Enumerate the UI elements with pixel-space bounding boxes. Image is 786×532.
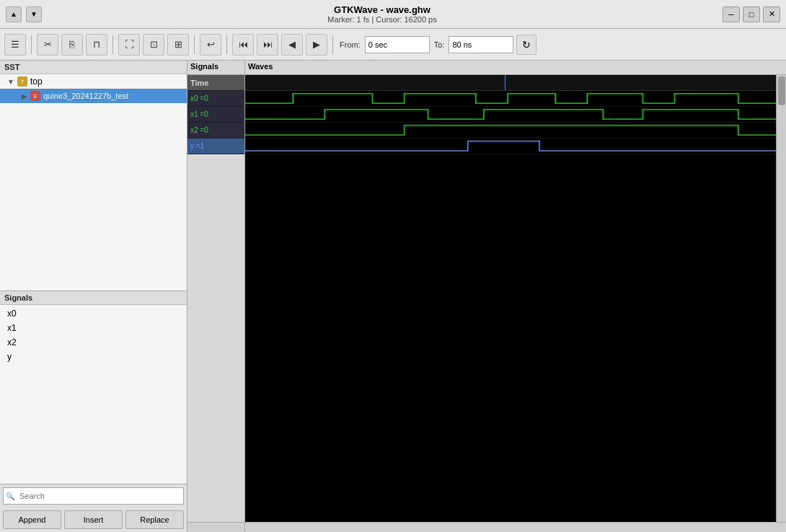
x1-wave-row xyxy=(245,107,786,123)
toolbar-separator-3 xyxy=(194,35,195,54)
search-area xyxy=(0,484,187,507)
toolbar-separator-5 xyxy=(332,35,333,54)
folder-icon-top: T xyxy=(17,76,27,87)
sst-tree[interactable]: ▼ T top ▶ E quine3_20241227b_test xyxy=(0,74,187,291)
prev-button[interactable]: ◀ xyxy=(281,34,303,56)
left-panel: SST ▼ T top ▶ E quine3_20241227b_test Si… xyxy=(0,61,187,532)
y-waveform xyxy=(245,138,786,154)
waves-waves-header: Waves xyxy=(245,61,786,74)
toolbar: ☰ ✂ ⎘ ⊓ ⛶ ⊡ ⊞ ↩ ⏮ ⏭ ◀ ▶ From: To: ↻ xyxy=(0,29,786,61)
waves-header-row: Signals Waves xyxy=(187,61,786,75)
maximize-button[interactable]: □ xyxy=(743,6,760,22)
expand-icon-quine: ▶ xyxy=(22,92,27,100)
title-bar-left: ▲ ▼ xyxy=(6,6,42,22)
paste-button[interactable]: ⊓ xyxy=(86,34,107,56)
x1-waveform xyxy=(245,107,786,122)
toolbar-separator-2 xyxy=(112,35,113,54)
search-wrapper xyxy=(3,487,184,505)
title-center: GTKWave - wave.ghw Marker: 1 fs | Cursor… xyxy=(42,4,723,24)
waves-signals-header: Signals xyxy=(187,61,245,74)
from-label: From: xyxy=(340,40,361,49)
zoom-fit-button[interactable]: ⛶ xyxy=(118,34,140,56)
toolbar-separator-1 xyxy=(31,35,32,54)
append-button[interactable]: Append xyxy=(3,510,61,529)
from-input[interactable] xyxy=(365,36,430,53)
signal-item-x0[interactable]: x0 xyxy=(0,306,187,321)
right-panel: Signals Waves Time x0 =0 x1 =0 xyxy=(187,61,786,532)
waveform-area[interactable] xyxy=(245,75,786,522)
vertical-scrollbar[interactable] xyxy=(776,75,786,522)
undo-button[interactable]: ↩ xyxy=(200,34,221,56)
marker-cursor-info: Marker: 1 fs | Cursor: 16200 ps xyxy=(42,15,723,24)
menu-button[interactable]: ☰ xyxy=(4,34,26,56)
replace-button[interactable]: Replace xyxy=(125,510,184,529)
x0-waveform xyxy=(245,91,786,106)
waves-with-scroll: Time x0 =0 x1 =0 x2 =0 y =1 xyxy=(187,75,786,522)
signal-names-col: Time x0 =0 x1 =0 x2 =0 y =1 xyxy=(187,75,245,522)
sst-tree-item-quine[interactable]: ▶ E quine3_20241227b_test xyxy=(0,89,187,103)
signals-header: Signals xyxy=(0,291,187,305)
horizontal-scroll-wrapper xyxy=(187,522,786,532)
y-wave-row xyxy=(245,138,786,154)
x2-waveform xyxy=(245,123,786,138)
zoom-range-button[interactable]: ⊡ xyxy=(143,34,164,56)
x2-wave-row xyxy=(245,123,786,138)
action-buttons: Append Insert Replace xyxy=(0,507,187,532)
sst-section: SST ▼ T top ▶ E quine3_20241227b_test xyxy=(0,61,187,291)
y-row-label: y =1 xyxy=(187,138,244,154)
x0-wave-row xyxy=(245,91,786,107)
signals-list[interactable]: x0 x1 x2 y xyxy=(0,305,187,484)
cut-button[interactable]: ✂ xyxy=(37,34,58,56)
copy-button[interactable]: ⎘ xyxy=(61,34,83,56)
expand-icon-top: ▼ xyxy=(7,78,14,86)
last-button[interactable]: ⏭ xyxy=(257,34,278,56)
sst-header: SST xyxy=(0,61,187,74)
time-row-label: Time xyxy=(187,75,244,91)
horizontal-scrollbar[interactable] xyxy=(245,523,786,532)
signals-section: Signals x0 x1 x2 y Append Insert Replace xyxy=(0,291,187,532)
title-bar-right: ─ □ ✕ xyxy=(723,6,780,22)
title-bar: ▲ ▼ GTKWave - wave.ghw Marker: 1 fs | Cu… xyxy=(0,0,786,29)
waves-body: Time x0 =0 x1 =0 x2 =0 y =1 xyxy=(187,75,786,522)
h-scroll-spacer xyxy=(187,523,245,532)
x2-row-label: x2 =0 xyxy=(187,123,244,138)
entity-icon-quine: E xyxy=(30,91,40,101)
collapse-up-button[interactable]: ▲ xyxy=(6,6,22,22)
toolbar-separator-4 xyxy=(226,35,227,54)
main-area: SST ▼ T top ▶ E quine3_20241227b_test Si… xyxy=(0,61,786,532)
zoom-cursor-button[interactable]: ⊞ xyxy=(167,34,189,56)
time-wave-row xyxy=(245,75,786,91)
signal-item-x1[interactable]: x1 xyxy=(0,321,187,335)
to-input[interactable] xyxy=(449,36,513,53)
signal-item-x2[interactable]: x2 xyxy=(0,335,187,350)
to-label: To: xyxy=(434,40,445,49)
x0-row-label: x0 =0 xyxy=(187,91,244,107)
reload-button[interactable]: ↻ xyxy=(516,35,536,55)
first-button[interactable]: ⏮ xyxy=(232,34,254,56)
sst-tree-item-top[interactable]: ▼ T top xyxy=(0,74,187,89)
minimize-button[interactable]: ─ xyxy=(723,6,740,22)
search-input[interactable] xyxy=(3,487,184,505)
sst-item-quine-label: quine3_20241227b_test xyxy=(43,92,128,100)
signal-item-y[interactable]: y xyxy=(0,350,187,364)
app-title: GTKWave - wave.ghw xyxy=(42,4,723,15)
sst-item-top-label: top xyxy=(30,76,43,87)
next-button[interactable]: ▶ xyxy=(306,34,327,56)
close-button[interactable]: ✕ xyxy=(763,6,780,22)
collapse-down-button[interactable]: ▼ xyxy=(26,6,42,22)
x1-row-label: x1 =0 xyxy=(187,107,244,123)
insert-button[interactable]: Insert xyxy=(64,510,123,529)
